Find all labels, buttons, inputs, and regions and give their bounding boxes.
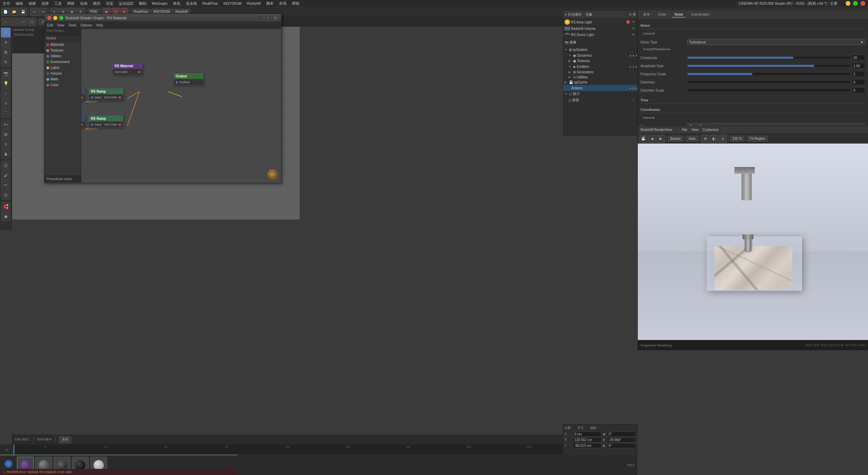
distortion-scale-slider[interactable]	[687, 89, 850, 91]
menu-select[interactable]: 选择	[41, 1, 49, 6]
rv-zoom-label[interactable]: 100 %	[730, 136, 744, 141]
open-button[interactable]: 📂	[10, 8, 18, 16]
y-pos-val[interactable]: 120.562 cm	[573, 437, 601, 442]
scene-item-dice[interactable]: ▼ ⬡ 骰子	[563, 91, 637, 97]
minimize-button[interactable]	[846, 1, 850, 6]
menu-mesh[interactable]: 网格	[67, 1, 75, 6]
category-math[interactable]: Math	[44, 76, 81, 82]
scene-settings-icon[interactable]: ⚙	[633, 13, 636, 16]
rs-material-out-dot[interactable]	[138, 71, 140, 73]
output-in-dot[interactable]	[176, 81, 178, 83]
category-environment[interactable]: Environment	[44, 59, 81, 65]
rs-ramp-1-out-dot[interactable]	[119, 96, 121, 99]
sculpt-tool[interactable]: ⌬	[1, 161, 11, 170]
rs-material-node[interactable]: RS Material Out Color	[112, 63, 143, 75]
rv-menu-customize[interactable]: Customize	[703, 128, 718, 132]
scene-item-rs-volume[interactable]: Redshift Volume 👁	[563, 25, 637, 32]
scene-item-emitters[interactable]: ▼ ◈ Emitters ▲▲▲	[563, 63, 637, 70]
x-rot-val[interactable]: 0°	[607, 432, 636, 437]
deformer-tool[interactable]: ⊷	[1, 120, 11, 129]
select-tool[interactable]: ↖	[1, 28, 11, 37]
rv-lut-btn[interactable]: ◧	[710, 135, 718, 143]
poly-mode-button[interactable]: ◻	[28, 18, 36, 26]
menu-sculpt[interactable]: 雕刻	[139, 1, 146, 6]
menu-pipeline[interactable]: 流水线	[186, 1, 197, 6]
close-button[interactable]	[861, 1, 865, 6]
tab-basic[interactable]: 基本	[640, 12, 653, 18]
object-mode-button[interactable]: ○	[1, 18, 9, 26]
scene-item-generators[interactable]: ▶ ⊞ Generators	[563, 70, 637, 75]
scene-item-camera[interactable]: 📷 摄像	[563, 39, 637, 45]
sg-minimize-button[interactable]	[53, 16, 57, 20]
amplitude-slider[interactable]	[687, 65, 850, 67]
sg-zoom-out[interactable]: -	[257, 15, 263, 21]
category-volume[interactable]: Volume	[44, 71, 81, 76]
scene-item-rs-dome[interactable]: RS Dome Light 👁	[563, 32, 637, 38]
rs-ramp-1-in-dot[interactable]	[91, 96, 93, 99]
rv-auto-btn[interactable]: Auto	[686, 136, 698, 141]
dice-face-check[interactable]: ✓	[631, 98, 636, 102]
timeline-bar[interactable]: 10 30 50 70 100 130 160 190 220 250	[14, 445, 617, 455]
rs-vol-eye[interactable]: 👁	[631, 26, 636, 31]
character-tool[interactable]: ♟	[1, 149, 11, 159]
menu-motiontrack[interactable]: 运动追踪	[119, 1, 134, 6]
y-rot-val[interactable]: -39.983°	[607, 437, 636, 442]
scene-item-textures[interactable]: ▶ ▣ Textures	[563, 58, 637, 63]
tab-coordinates[interactable]: Coordinates	[688, 12, 712, 18]
rs-ramp-2-in-dot[interactable]	[91, 124, 93, 126]
category-lights[interactable]: Lights	[44, 65, 81, 71]
knife-tool[interactable]: ✂	[1, 180, 11, 190]
rv-save-btn[interactable]: 💾	[639, 135, 647, 143]
timeline-playhead[interactable]	[14, 445, 14, 455]
point-mode-button[interactable]: ·	[10, 18, 18, 26]
z-rot-val[interactable]: 0°	[607, 443, 636, 448]
nurbs-tool[interactable]: ⌒	[1, 108, 11, 118]
rs-dome-eye[interactable]: 👁	[631, 32, 636, 37]
x-pos-val[interactable]: 0 cm	[573, 432, 601, 437]
hair-tool[interactable]: ≡	[1, 139, 11, 149]
rv-beauty-btn[interactable]: Beauty	[668, 136, 683, 141]
sg-close-button[interactable]	[47, 16, 51, 20]
scene-item-xpsystem[interactable]: ▼ ⊞ xpSystem	[563, 47, 637, 52]
z-pos-val[interactable]: -98.513 cm	[573, 443, 601, 448]
vis-traffic-icon[interactable]: 🔴	[626, 20, 630, 24]
complexity-input[interactable]	[852, 55, 865, 61]
menu-simulate[interactable]: 模拟	[93, 1, 100, 6]
move-tool[interactable]: ✛	[1, 38, 11, 47]
menu-script[interactable]: 脚本	[266, 1, 274, 6]
rs-ramp-2-node[interactable]: RS Ramp Input Out Color	[88, 115, 123, 128]
menu-mograph[interactable]: MoGraph	[152, 1, 167, 5]
spline-tool[interactable]: ∿	[1, 98, 11, 108]
save-button[interactable]: 💾	[19, 8, 27, 16]
undo-button[interactable]: ↩	[30, 8, 38, 16]
rs-ramp-2-out-dot[interactable]	[119, 124, 121, 126]
menu-create[interactable]: 创建	[28, 1, 36, 6]
rv-prev-btn[interactable]: ◀	[648, 135, 656, 143]
viewport-filter[interactable]: ◉	[1, 212, 11, 221]
category-utilities[interactable]: Utilities	[44, 53, 81, 59]
menu-realflow[interactable]: RealFlow	[202, 1, 218, 5]
menu-help[interactable]: 帮助	[292, 1, 299, 6]
menu-animation[interactable]: 动画	[80, 1, 87, 6]
light-tool[interactable]: 💡	[1, 79, 11, 88]
extrude-tool[interactable]: ⊡	[1, 190, 11, 200]
vis-eye-icon[interactable]: 👁	[631, 20, 636, 24]
frequency-input[interactable]	[852, 71, 865, 77]
rs-ramp-1-node[interactable]: RS Ramp Input Out Color	[88, 88, 123, 101]
sg-maximize-button[interactable]	[59, 16, 63, 20]
snap-tool[interactable]: 🧲	[1, 202, 11, 211]
scene-item-actions[interactable]: Actions ▲▲▲	[563, 85, 637, 91]
amplitude-input[interactable]	[852, 63, 865, 69]
rv-next-btn[interactable]: ▶	[657, 135, 665, 143]
primitive-tool[interactable]: ○	[1, 89, 11, 98]
menu-insydium[interactable]: INSYDIUM	[223, 1, 242, 5]
complexity-slider[interactable]	[687, 57, 850, 59]
menu-edit[interactable]: 编辑	[16, 1, 23, 6]
camera-tool[interactable]: 📷	[1, 69, 11, 78]
category-materials[interactable]: Materials	[44, 42, 81, 48]
distortion-slider[interactable]	[687, 81, 850, 83]
distortion-input[interactable]	[852, 79, 865, 85]
scene-item-dynamics[interactable]: ▼ ◉ Dynamics ▲▲▲	[563, 52, 637, 58]
menu-redshift[interactable]: Redshift	[247, 1, 261, 5]
rv-menu-file[interactable]: File	[682, 128, 687, 132]
